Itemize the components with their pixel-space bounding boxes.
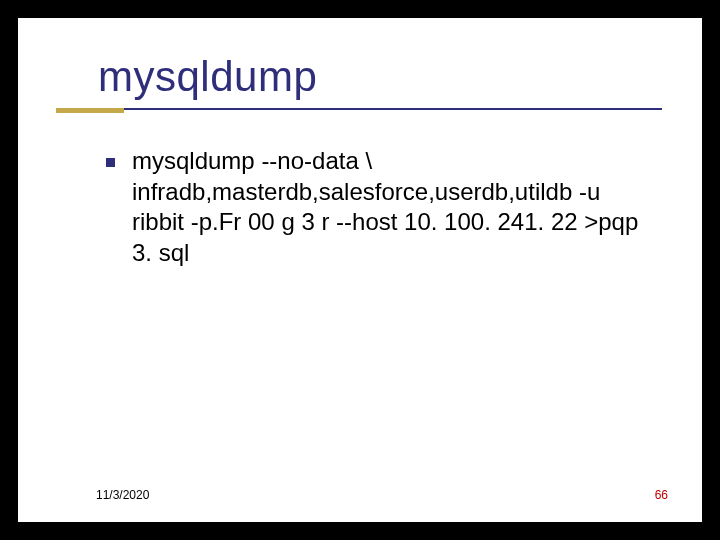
slide: mysqldump mysqldump --no-data \ infradb,… bbox=[18, 18, 702, 522]
title-underline bbox=[124, 108, 662, 110]
bullet-icon bbox=[106, 158, 115, 167]
footer-date: 11/3/2020 bbox=[96, 488, 149, 502]
slide-title: mysqldump bbox=[98, 53, 317, 101]
slide-body-text: mysqldump --no-data \ infradb,masterdb,s… bbox=[132, 146, 657, 269]
title-accent-bar bbox=[56, 108, 124, 113]
footer-page-number: 66 bbox=[655, 488, 668, 502]
